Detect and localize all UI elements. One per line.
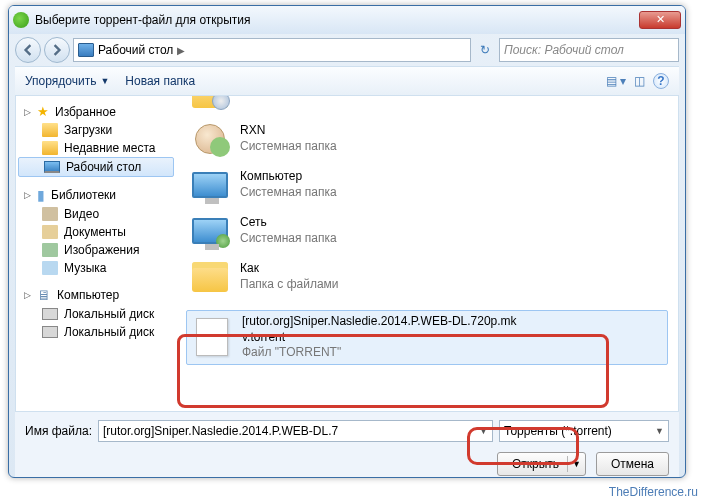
preview-pane-button[interactable]: ◫ xyxy=(634,74,645,88)
toolbar: Упорядочить▼ Новая папка ▤ ▾ ◫ ? xyxy=(15,66,679,96)
refresh-button[interactable]: ↻ xyxy=(474,39,496,61)
music-icon xyxy=(42,261,58,275)
sidebar-item-localdisk[interactable]: Локальный диск xyxy=(16,305,176,323)
image-icon xyxy=(42,243,58,257)
file-item-network[interactable]: СетьСистемная папка xyxy=(184,208,670,254)
file-item-rxn[interactable]: RXNСистемная папка xyxy=(184,116,670,162)
file-item-torrent-selected[interactable]: [rutor.org]Sniper.Nasledie.2014.P.WEB-DL… xyxy=(186,310,668,365)
dialog-footer: Имя файла: [rutor.org]Sniper.Nasledie.20… xyxy=(15,412,679,478)
file-item-computer[interactable]: КомпьютерСистемная папка xyxy=(184,162,670,208)
network-icon xyxy=(192,218,228,244)
dropdown-icon[interactable]: ▼ xyxy=(479,426,488,436)
folder-icon xyxy=(42,141,58,155)
sidebar-item-downloads[interactable]: Загрузки xyxy=(16,121,176,139)
library-icon: ▮ xyxy=(37,187,45,203)
address-location: Рабочий стол xyxy=(98,43,173,57)
folder-icon xyxy=(192,96,228,108)
view-mode-button[interactable]: ▤ ▾ xyxy=(606,74,626,88)
sidebar-item-video[interactable]: Видео xyxy=(16,205,176,223)
file-icon xyxy=(196,318,228,356)
titlebar: Выберите торрент-файл для открытия ✕ xyxy=(9,6,685,34)
disk-icon xyxy=(42,308,58,320)
sidebar-computer-header[interactable]: ▷ 🖥 Компьютер xyxy=(16,285,176,305)
chevron-right-icon: ▶ xyxy=(177,45,185,56)
collapse-icon: ▷ xyxy=(24,290,31,300)
video-icon xyxy=(42,207,58,221)
close-button[interactable]: ✕ xyxy=(639,11,681,29)
desktop-icon xyxy=(44,161,60,173)
search-placeholder: Поиск: Рабочий стол xyxy=(504,43,624,57)
sidebar-item-recent[interactable]: Недавние места xyxy=(16,139,176,157)
new-folder-button[interactable]: Новая папка xyxy=(125,74,195,88)
document-icon xyxy=(42,225,58,239)
computer-icon xyxy=(192,172,228,198)
user-folder-icon xyxy=(195,124,225,154)
collapse-icon: ▷ xyxy=(24,107,31,117)
sidebar-favorites-header[interactable]: ▷ ★ Избранное xyxy=(16,102,176,121)
file-list: Системная папка RXNСистемная папка Компь… xyxy=(176,96,678,411)
computer-icon: 🖥 xyxy=(37,287,51,303)
search-input[interactable]: Поиск: Рабочий стол xyxy=(499,38,679,62)
filename-input[interactable]: [rutor.org]Sniper.Nasledie.2014.P.WEB-DL… xyxy=(98,420,493,442)
star-icon: ★ xyxy=(37,104,49,119)
cancel-button[interactable]: Отмена xyxy=(596,452,669,476)
sidebar-item-desktop[interactable]: Рабочий стол xyxy=(18,157,174,177)
sidebar-item-localdisk[interactable]: Локальный диск xyxy=(16,323,176,341)
folder-icon xyxy=(42,123,58,137)
sidebar-item-documents[interactable]: Документы xyxy=(16,223,176,241)
file-open-dialog: Выберите торрент-файл для открытия ✕ Раб… xyxy=(8,5,686,478)
window-title: Выберите торрент-файл для открытия xyxy=(35,13,639,27)
file-item-kak[interactable]: КакПапка с файлами xyxy=(184,254,670,300)
address-bar[interactable]: Рабочий стол ▶ xyxy=(73,38,471,62)
forward-button[interactable] xyxy=(44,37,70,63)
dropdown-icon[interactable]: ▼ xyxy=(655,426,664,436)
file-item-sysfolder[interactable]: Системная папка xyxy=(184,96,670,116)
sidebar-item-music[interactable]: Музыка xyxy=(16,259,176,277)
disk-icon xyxy=(42,326,58,338)
filename-label: Имя файла: xyxy=(25,424,92,438)
sidebar-libraries-header[interactable]: ▷ ▮ Библиотеки xyxy=(16,185,176,205)
desktop-icon xyxy=(78,43,94,57)
help-button[interactable]: ? xyxy=(653,73,669,89)
collapse-icon: ▷ xyxy=(24,190,31,200)
dropdown-icon[interactable]: ▼ xyxy=(572,459,581,469)
sidebar: ▷ ★ Избранное Загрузки Недавние места Ра… xyxy=(16,96,176,411)
watermark: TheDifference.ru xyxy=(609,485,698,499)
back-button[interactable] xyxy=(15,37,41,63)
sidebar-item-pictures[interactable]: Изображения xyxy=(16,241,176,259)
utorrent-icon xyxy=(13,12,29,28)
folder-icon xyxy=(192,262,228,292)
nav-bar: Рабочий стол ▶ ↻ Поиск: Рабочий стол xyxy=(15,34,679,66)
filetype-filter[interactable]: Торренты (*.torrent) ▼ xyxy=(499,420,669,442)
organize-menu[interactable]: Упорядочить▼ xyxy=(25,74,109,88)
open-button[interactable]: Открыть ▼ xyxy=(497,452,586,476)
